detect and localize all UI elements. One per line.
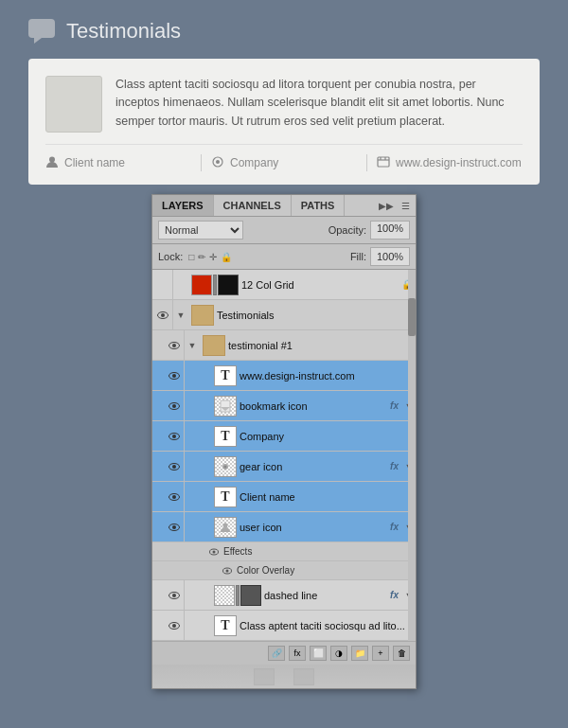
layer-row-client[interactable]: T Client name xyxy=(152,482,416,512)
blend-mode-select[interactable]: Normal xyxy=(158,221,243,240)
fx-gear: fx xyxy=(390,461,399,471)
page-title: Testimonials xyxy=(66,19,181,44)
expand-company xyxy=(185,421,211,452)
layer-name-12col: 12 Col Grid xyxy=(241,279,401,291)
eye-icon-company[interactable] xyxy=(164,421,185,452)
expand-12col xyxy=(173,270,188,300)
expand-testimonials[interactable]: ▼ xyxy=(173,300,188,330)
thumb-img-user xyxy=(214,517,237,538)
thumb-layer-dashed xyxy=(240,585,261,606)
svg-point-2 xyxy=(49,156,55,162)
layer-row-url[interactable]: T www.design-instruct.com xyxy=(152,361,416,391)
thumb-chain-dashed xyxy=(236,585,240,606)
testimonials-title: Testimonials xyxy=(28,19,540,44)
eye-icon-testimonials[interactable] xyxy=(152,300,173,330)
svg-point-24 xyxy=(224,465,227,468)
expand-bookmark xyxy=(185,391,211,421)
new-layer-btn[interactable]: + xyxy=(372,646,389,661)
thumb-chain xyxy=(213,275,217,295)
layers-list: 12 Col Grid 🔒 ▼ Testimonials xyxy=(152,270,416,641)
eye-icon-user[interactable] xyxy=(164,512,185,542)
client-footer-item: Client name xyxy=(45,155,191,171)
thumb-folder-testimonials xyxy=(191,305,214,326)
layer-row-gear[interactable]: gear icon fx ▼ xyxy=(152,452,416,482)
svg-point-28 xyxy=(172,525,176,529)
layer-row-bookmark[interactable]: bookmark icon fx ▼ xyxy=(152,391,416,421)
fx-dashed: fx xyxy=(390,590,399,600)
client-icon xyxy=(45,155,59,171)
svg-point-4 xyxy=(216,160,220,164)
opacity-label: Opacity: xyxy=(328,224,366,236)
lock-transparency-icon[interactable]: □ xyxy=(188,252,194,262)
layer-name-testimonial1: testimonial #1 xyxy=(228,340,416,351)
footer-divider-1 xyxy=(201,154,202,171)
delete-layer-btn[interactable]: 🗑 xyxy=(393,646,410,661)
thumb-text-company: T xyxy=(214,426,237,447)
fx-user: fx xyxy=(390,522,399,532)
thumb-text-url: T xyxy=(214,365,237,386)
layer-name-dashed: dashed line xyxy=(264,590,390,601)
layer-row-company[interactable]: T Company xyxy=(152,421,416,452)
lock-all-icon[interactable]: 🔒 xyxy=(221,252,232,262)
opacity-value[interactable]: 100% xyxy=(370,221,410,240)
tab-channels[interactable]: CHANNELS xyxy=(214,195,292,216)
color-overlay-row: Color Overlay xyxy=(152,561,416,580)
eye-icon-testimonial1[interactable] xyxy=(164,330,185,361)
eye-icon-12col[interactable] xyxy=(152,270,173,300)
panel-menu-icon[interactable]: ☰ xyxy=(399,199,412,213)
expand-client xyxy=(185,482,211,512)
testimonial-footer: Client name Company xyxy=(45,144,523,171)
panel-tabs: LAYERS CHANNELS PATHS ▶▶ ☰ xyxy=(152,195,416,217)
lock-paint-icon[interactable]: ✏ xyxy=(198,252,205,262)
thumb-img-gear xyxy=(214,456,237,477)
expand-url xyxy=(185,361,211,391)
panel-arrow-icon[interactable]: ▶▶ xyxy=(377,199,396,213)
eye-icon-dashed[interactable] xyxy=(164,580,185,611)
expand-gear xyxy=(185,452,211,482)
thumb-red xyxy=(191,275,212,295)
layer-name-gear: gear icon xyxy=(240,461,390,472)
client-label: Client name xyxy=(64,156,125,169)
thumb-text-client: T xyxy=(214,487,237,507)
reflection-item-2 xyxy=(293,668,314,685)
tab-layers[interactable]: LAYERS xyxy=(152,195,214,216)
layer-row-dashed[interactable]: dashed line fx ▼ xyxy=(152,580,416,611)
layer-name-bookmark: bookmark icon xyxy=(240,400,390,412)
svg-point-37 xyxy=(172,624,176,628)
layer-row-12col[interactable]: 12 Col Grid 🔒 xyxy=(152,270,416,300)
eye-icon-gear[interactable] xyxy=(164,452,185,482)
fill-label: Fill: xyxy=(350,251,366,262)
top-section: Testimonials Class aptent taciti sociosq… xyxy=(0,0,568,204)
mask-btn[interactable]: ⬜ xyxy=(310,646,327,661)
svg-rect-0 xyxy=(28,19,55,38)
scrollbar-thumb[interactable] xyxy=(408,298,416,336)
svg-point-22 xyxy=(172,465,176,469)
blend-opacity-controls: Normal Opacity: 100% xyxy=(152,217,416,244)
layer-name-company: Company xyxy=(240,431,416,442)
tab-paths[interactable]: PATHS xyxy=(292,195,346,216)
layer-row-user[interactable]: user icon fx ▼ xyxy=(152,512,416,542)
eye-icon-class-text[interactable] xyxy=(164,611,185,641)
svg-point-31 xyxy=(213,550,216,553)
fill-value[interactable]: 100% xyxy=(370,247,410,266)
svg-point-35 xyxy=(172,594,176,597)
expand-class-text xyxy=(185,611,211,641)
company-footer-item: Company xyxy=(211,155,357,171)
group-btn[interactable]: 📁 xyxy=(351,646,368,661)
lock-move-icon[interactable]: ✛ xyxy=(209,252,217,262)
layer-style-btn[interactable]: fx xyxy=(289,646,306,661)
eye-icon-client[interactable] xyxy=(164,482,185,512)
lock-label: Lock: xyxy=(158,251,183,262)
scrollbar-track[interactable] xyxy=(408,270,416,641)
layer-row-testimonial1[interactable]: ▼ testimonial #1 xyxy=(152,330,416,361)
layer-row-testimonials[interactable]: ▼ Testimonials xyxy=(152,300,416,330)
adjustment-btn[interactable]: ◑ xyxy=(330,646,347,661)
url-icon xyxy=(377,155,390,171)
layer-row-class-text[interactable]: T Class aptent taciti sociosqu ad lito..… xyxy=(152,611,416,641)
svg-point-12 xyxy=(172,344,176,347)
eye-icon-bookmark[interactable] xyxy=(164,391,185,421)
expand-testimonial1[interactable]: ▼ xyxy=(185,330,200,361)
eye-icon-url[interactable] xyxy=(164,361,185,391)
lock-icons: □ ✏ ✛ 🔒 xyxy=(188,252,232,262)
link-layers-btn[interactable]: 🔗 xyxy=(268,646,285,661)
